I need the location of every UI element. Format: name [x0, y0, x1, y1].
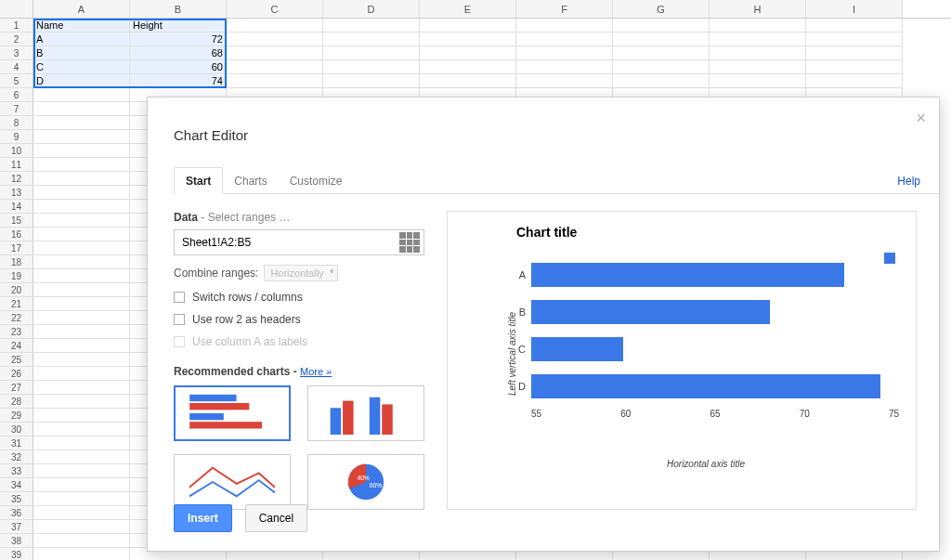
cell[interactable]	[33, 241, 130, 255]
col-header-C[interactable]: C	[227, 0, 323, 18]
row-header[interactable]: 16	[0, 228, 33, 241]
row-header[interactable]: 25	[0, 353, 33, 367]
tab-start[interactable]: Start	[174, 167, 223, 194]
col-header-A[interactable]: A	[33, 0, 130, 18]
cell[interactable]	[613, 60, 710, 74]
cell[interactable]	[516, 46, 613, 60]
cell[interactable]	[227, 60, 323, 74]
rec-chart-line[interactable]	[174, 454, 291, 510]
cell[interactable]	[613, 19, 710, 33]
cell[interactable]	[33, 116, 130, 130]
col-header-H[interactable]: H	[710, 0, 806, 18]
cell[interactable]	[33, 381, 130, 395]
cell[interactable]	[33, 102, 130, 116]
cell[interactable]	[516, 60, 613, 74]
row-header[interactable]: 11	[0, 158, 33, 172]
cell[interactable]	[33, 548, 130, 560]
cell[interactable]	[33, 297, 130, 311]
cell[interactable]	[323, 60, 420, 74]
row-header[interactable]: 12	[0, 172, 33, 186]
cell[interactable]	[420, 60, 516, 74]
row-header[interactable]: 32	[0, 450, 33, 464]
cell[interactable]	[33, 269, 130, 283]
cell[interactable]	[33, 283, 130, 297]
select-all-corner[interactable]	[0, 0, 33, 18]
row-header[interactable]: 34	[0, 478, 33, 492]
row-header[interactable]: 9	[0, 130, 33, 144]
cell[interactable]: C	[33, 60, 130, 74]
cell[interactable]	[33, 506, 130, 520]
row-header[interactable]: 31	[0, 436, 33, 450]
cell[interactable]	[710, 33, 806, 46]
col-header-B[interactable]: B	[130, 0, 227, 18]
row-header[interactable]: 5	[0, 74, 33, 88]
row-header[interactable]: 30	[0, 423, 33, 436]
cell[interactable]	[33, 353, 130, 367]
cell[interactable]	[33, 200, 130, 214]
cell[interactable]	[33, 228, 130, 241]
rec-chart-hbar[interactable]	[174, 385, 291, 441]
row-header[interactable]: 17	[0, 241, 33, 255]
row-header[interactable]: 36	[0, 506, 33, 520]
tab-charts[interactable]: Charts	[223, 168, 278, 193]
cell[interactable]: 68	[130, 46, 227, 60]
col-header-E[interactable]: E	[420, 0, 516, 18]
row-header[interactable]: 39	[0, 548, 33, 560]
row-header[interactable]: 6	[0, 88, 33, 102]
row-header[interactable]: 24	[0, 339, 33, 353]
rec-chart-vbar[interactable]	[307, 385, 424, 441]
cell[interactable]	[323, 19, 420, 33]
cell[interactable]	[33, 423, 130, 436]
insert-button[interactable]: Insert	[174, 504, 232, 532]
cell[interactable]	[227, 74, 323, 88]
cell[interactable]	[33, 130, 130, 144]
row-header[interactable]: 1	[0, 19, 33, 33]
row-header[interactable]: 33	[0, 464, 33, 478]
cell[interactable]	[227, 33, 323, 46]
cell[interactable]	[420, 19, 516, 33]
row-header[interactable]: 20	[0, 283, 33, 297]
row-header[interactable]: 22	[0, 311, 33, 325]
row-header[interactable]: 18	[0, 255, 33, 269]
cell[interactable]	[516, 33, 613, 46]
cell[interactable]	[33, 367, 130, 381]
cell[interactable]	[613, 74, 710, 88]
cell[interactable]	[33, 311, 130, 325]
use-row2-checkbox[interactable]: Use row 2 as headers	[174, 313, 424, 326]
row-header[interactable]: 35	[0, 492, 33, 506]
cell[interactable]	[516, 19, 613, 33]
cell[interactable]	[420, 46, 516, 60]
cell[interactable]	[33, 172, 130, 186]
cell[interactable]	[33, 464, 130, 478]
cell[interactable]: 74	[130, 74, 227, 88]
cell[interactable]	[710, 74, 806, 88]
row-header[interactable]: 13	[0, 186, 33, 200]
combine-ranges-select[interactable]: Horizontally	[264, 265, 337, 281]
cell[interactable]	[420, 33, 516, 46]
cell[interactable]	[710, 60, 806, 74]
cell[interactable]	[323, 74, 420, 88]
cell[interactable]	[227, 19, 323, 33]
cell[interactable]	[323, 33, 420, 46]
row-header[interactable]: 4	[0, 60, 33, 74]
cell[interactable]	[420, 74, 516, 88]
cell[interactable]: D	[33, 74, 130, 88]
row-header[interactable]: 10	[0, 144, 33, 158]
row-header[interactable]: 27	[0, 381, 33, 395]
row-header[interactable]: 15	[0, 214, 33, 228]
help-link[interactable]: Help	[897, 175, 920, 193]
cell[interactable]	[613, 46, 710, 60]
range-input[interactable]	[175, 236, 399, 249]
select-range-icon[interactable]	[399, 232, 420, 253]
cell[interactable]	[33, 255, 130, 269]
cell[interactable]	[33, 520, 130, 534]
cell[interactable]	[806, 60, 903, 74]
cell[interactable]	[33, 436, 130, 450]
row-header[interactable]: 23	[0, 325, 33, 339]
cell[interactable]	[516, 74, 613, 88]
row-header[interactable]: 28	[0, 395, 33, 409]
col-header-F[interactable]: F	[516, 0, 613, 18]
row-header[interactable]: 37	[0, 520, 33, 534]
close-icon[interactable]: ×	[916, 109, 926, 128]
cell[interactable]	[33, 339, 130, 353]
